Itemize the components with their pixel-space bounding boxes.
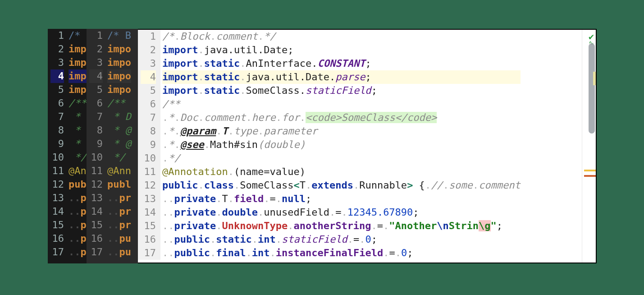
line-number[interactable]: 8 <box>50 124 64 137</box>
line-number[interactable]: 10 <box>50 151 64 164</box>
line-number[interactable]: 13 <box>141 192 156 206</box>
code-line[interactable]: impo <box>107 42 131 56</box>
line-number[interactable]: 6 <box>50 97 64 110</box>
line-number[interactable]: 16 <box>141 233 156 246</box>
line-number[interactable]: 5 <box>141 84 156 97</box>
code-line[interactable]: @Annotation.(name=value) <box>162 165 521 179</box>
code-line[interactable]: .*.@param.T.type.parameter <box>162 124 521 138</box>
line-number[interactable]: 9 <box>141 138 156 152</box>
selection-marker[interactable] <box>593 72 596 85</box>
line-number[interactable]: 4 <box>141 70 156 84</box>
code-line[interactable]: impo <box>107 83 131 97</box>
code-token: ; <box>497 220 502 231</box>
code-token: . <box>198 180 204 191</box>
code-line[interactable]: ..pr <box>107 191 131 205</box>
line-number[interactable]: 17 <box>89 245 103 259</box>
code-line[interactable]: * @ <box>107 124 131 137</box>
line-number[interactable]: 16 <box>50 232 64 245</box>
line-number[interactable]: 8 <box>141 124 156 138</box>
line-number[interactable]: 2 <box>141 43 156 57</box>
code-line[interactable]: ..private.UnknownType.anotherString.=."A… <box>162 219 521 233</box>
code-line[interactable]: import.static.java.util.Date.parse; <box>162 70 521 84</box>
right-marker-gutter[interactable]: ✔∿ <box>582 30 596 263</box>
line-number-gutter[interactable]: 1234567891011121314151617 <box>138 30 160 260</box>
error-marker[interactable] <box>584 175 596 177</box>
code-line[interactable]: /** <box>162 97 521 111</box>
code-area[interactable]: /*.Block.comment.*/import.java.util.Date… <box>160 30 521 260</box>
code-line[interactable]: ..pr <box>107 205 131 218</box>
code-token: * @ <box>107 124 131 136</box>
code-line[interactable]: /** <box>107 97 131 110</box>
line-number[interactable]: 15 <box>141 219 156 233</box>
line-number[interactable]: 9 <box>89 137 103 151</box>
line-number[interactable]: 14 <box>50 205 64 218</box>
code-line[interactable]: .*.Doc.comment.here.for.<code>SomeClass<… <box>162 111 521 124</box>
code-line[interactable]: ..public.final.int.instanceFinalField.=.… <box>162 246 521 260</box>
code-line[interactable]: ..pu <box>107 232 131 245</box>
line-number[interactable]: 7 <box>50 110 64 124</box>
code-line[interactable]: publ <box>107 178 131 191</box>
line-number[interactable]: 13 <box>50 191 64 205</box>
code-token: * <box>168 125 174 137</box>
line-number[interactable]: 4 <box>89 69 103 83</box>
line-number[interactable]: 3 <box>141 57 156 70</box>
line-number[interactable]: 5 <box>89 83 103 97</box>
line-number[interactable]: 3 <box>50 56 64 69</box>
line-number[interactable]: 14 <box>89 205 103 218</box>
line-number[interactable]: 7 <box>141 111 156 124</box>
line-number[interactable]: 11 <box>141 165 156 179</box>
code-line[interactable]: impo <box>107 69 131 83</box>
line-number[interactable]: 6 <box>141 97 156 111</box>
line-number[interactable]: 2 <box>89 42 103 56</box>
line-number[interactable]: 15 <box>50 218 64 232</box>
code-line[interactable]: @Ann <box>107 164 131 178</box>
code-line[interactable]: ..pu <box>107 245 131 259</box>
code-line[interactable]: import.static.SomeClass.staticField; <box>162 84 521 97</box>
line-number[interactable]: 5 <box>50 83 64 97</box>
line-number[interactable]: 1 <box>89 29 103 42</box>
code-line[interactable]: ..pr <box>107 218 131 232</box>
line-number[interactable]: 1 <box>50 29 64 42</box>
line-number[interactable]: 11 <box>89 164 103 178</box>
line-number[interactable]: 2 <box>50 42 64 56</box>
code-line[interactable]: */ <box>107 151 131 164</box>
line-number[interactable]: 9 <box>50 137 64 151</box>
line-number[interactable]: 12 <box>141 179 156 192</box>
code-line[interactable]: ..public.static.int.staticField.=.0; <box>162 233 521 246</box>
code-line[interactable]: .*.@see.Math#sin(double) <box>162 138 521 152</box>
code-line[interactable]: impo <box>107 56 131 69</box>
line-number[interactable]: 10 <box>141 152 156 165</box>
line-number[interactable]: 12 <box>89 178 103 191</box>
code-token: . <box>258 31 264 42</box>
line-number[interactable]: 17 <box>141 246 156 260</box>
line-number[interactable]: 8 <box>89 124 103 137</box>
code-line[interactable]: * D <box>107 110 131 124</box>
line-number[interactable]: 3 <box>89 56 103 69</box>
line-number[interactable]: 7 <box>89 110 103 124</box>
line-number[interactable]: 16 <box>89 232 103 245</box>
code-token: . <box>162 152 168 164</box>
code-line[interactable]: * @ <box>107 137 131 151</box>
line-number[interactable]: 4 <box>50 69 64 83</box>
line-number[interactable]: 17 <box>50 245 64 259</box>
code-line[interactable]: import.static.AnInterface.CONSTANT; <box>162 57 521 70</box>
line-number[interactable]: 6 <box>89 97 103 110</box>
code-line[interactable]: ..private.T.field.=.null; <box>162 192 521 206</box>
code-token: private <box>174 220 216 231</box>
line-number[interactable]: 15 <box>89 218 103 232</box>
scrollbar-thumb[interactable] <box>589 43 595 134</box>
line-number[interactable]: 14 <box>141 206 156 219</box>
line-number[interactable]: 12 <box>50 178 64 191</box>
line-number[interactable]: 1 <box>141 30 156 43</box>
line-number[interactable]: 11 <box>50 164 64 178</box>
code-line[interactable]: /*.Block.comment.*/ <box>162 30 521 43</box>
code-line[interactable]: ..private.double.unusedField.=.12345.678… <box>162 206 521 219</box>
code-line[interactable]: /* B <box>107 29 131 42</box>
code-line[interactable]: .*/ <box>162 152 521 165</box>
line-number[interactable]: 10 <box>89 151 103 164</box>
code-line[interactable]: import.java.util.Date; <box>162 43 521 57</box>
warning-marker[interactable] <box>584 170 596 171</box>
code-token: . <box>443 180 449 191</box>
code-line[interactable]: public.class.SomeClass<T.extends.Runnabl… <box>162 179 521 192</box>
line-number[interactable]: 13 <box>89 191 103 205</box>
